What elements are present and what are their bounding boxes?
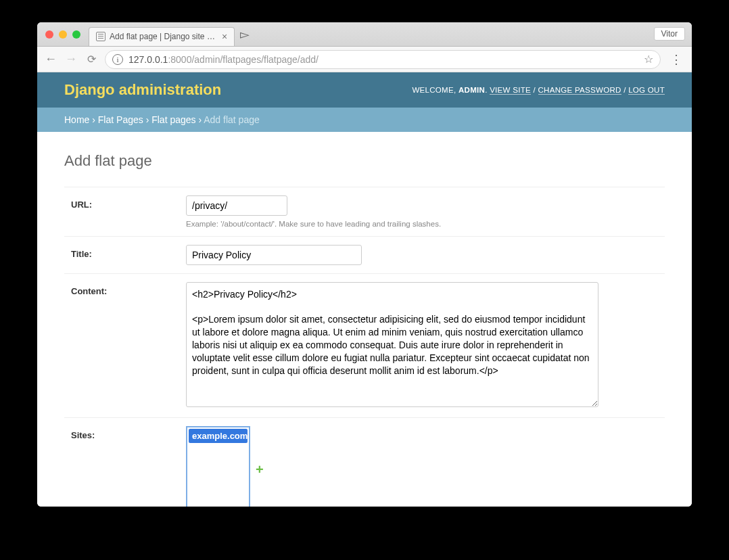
add-site-button[interactable]: + — [256, 462, 264, 477]
url-field[interactable] — [186, 195, 287, 216]
user-links: WELCOME, ADMIN. VIEW SITE / CHANGE PASSW… — [412, 86, 665, 94]
address-bar: ← → ⟳ i 127.0.0.1:8000/admin/flatpages/f… — [37, 47, 692, 72]
breadcrumb: Home › Flat Pages › Flat pages › Add fla… — [37, 108, 692, 132]
browser-tab[interactable]: Add flat page | Django site adm × — [89, 27, 235, 46]
close-tab-button[interactable]: × — [222, 32, 227, 41]
breadcrumb-home[interactable]: Home — [64, 114, 89, 125]
row-content: Content: — [64, 273, 665, 417]
page-icon — [96, 32, 105, 41]
row-title: Title: — [64, 236, 665, 273]
label-sites: Sites: — [71, 426, 186, 507]
url-text: 127.0.0.1:8000/admin/flatpages/flatpage/… — [128, 54, 638, 65]
tab-title: Add flat page | Django site adm — [110, 32, 218, 41]
bookmark-star-icon[interactable]: ☆ — [644, 53, 653, 66]
logout-link[interactable]: LOG OUT — [628, 86, 665, 95]
window-controls — [43, 30, 80, 39]
row-sites: Sites: example.com + — [64, 417, 665, 507]
sites-option[interactable]: example.com — [189, 429, 248, 443]
label-content: Content: — [71, 282, 186, 409]
change-password-link[interactable]: CHANGE PASSWORD — [538, 86, 621, 95]
maximize-window-button[interactable] — [72, 30, 80, 39]
label-title: Title: — [71, 245, 186, 265]
username: ADMIN — [458, 86, 485, 94]
row-url: URL: Example: '/about/contact/'. Make su… — [64, 187, 665, 236]
reload-button[interactable]: ⟳ — [85, 53, 98, 66]
breadcrumb-current: Add flat page — [204, 114, 260, 125]
omnibox[interactable]: i 127.0.0.1:8000/admin/flatpages/flatpag… — [105, 50, 661, 69]
title-field[interactable] — [186, 245, 362, 265]
main-content: Add flat page URL: Example: '/about/cont… — [37, 132, 692, 507]
site-info-icon[interactable]: i — [112, 54, 123, 65]
content-field[interactable] — [186, 282, 598, 407]
admin-header: Django administration WELCOME, ADMIN. VI… — [37, 72, 692, 108]
forward-button[interactable]: → — [64, 52, 78, 66]
breadcrumb-app[interactable]: Flat Pages — [98, 114, 143, 125]
breadcrumb-model[interactable]: Flat pages — [151, 114, 195, 125]
welcome-text: WELCOME, — [412, 86, 456, 94]
page-content: Django administration WELCOME, ADMIN. VI… — [37, 72, 692, 507]
back-button[interactable]: ← — [44, 52, 57, 66]
view-site-link[interactable]: VIEW SITE — [490, 86, 531, 95]
url-help: Example: '/about/contact/'. Make sure to… — [186, 220, 658, 228]
new-tab-button[interactable]: ▻ — [240, 27, 250, 42]
profile-button[interactable]: Vitor — [654, 27, 685, 41]
close-window-button[interactable] — [45, 30, 53, 39]
site-brand[interactable]: Django administration — [64, 81, 221, 99]
browser-window: Add flat page | Django site adm × ▻ Vito… — [37, 22, 692, 507]
page-title: Add flat page — [64, 152, 665, 170]
browser-menu-button[interactable]: ⋮ — [667, 52, 685, 67]
minimize-window-button[interactable] — [59, 30, 67, 39]
url-path: :8000/admin/flatpages/flatpage/add/ — [168, 54, 319, 65]
tab-bar: Add flat page | Django site adm × ▻ Vito… — [37, 22, 692, 47]
label-url: URL: — [71, 195, 186, 228]
sites-select[interactable]: example.com — [186, 426, 250, 507]
url-host: 127.0.0.1 — [128, 54, 168, 65]
